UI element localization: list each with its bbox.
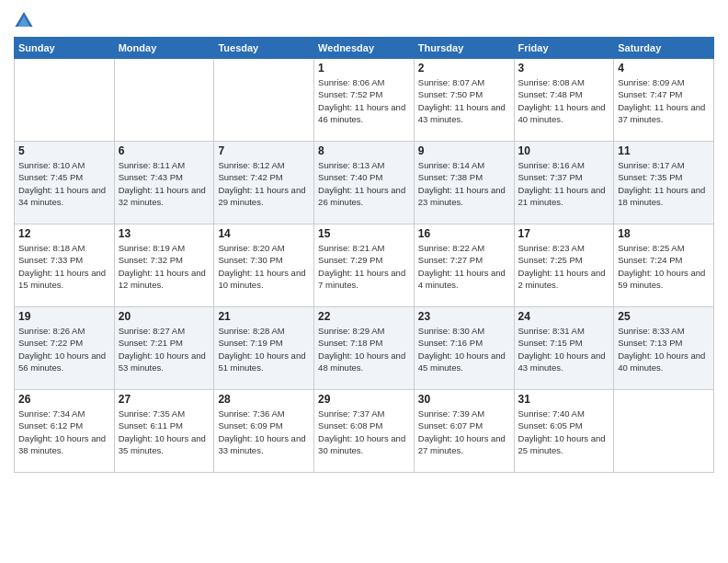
day-cell: 30Sunrise: 7:39 AMSunset: 6:07 PMDayligh… xyxy=(414,390,514,473)
day-info: Sunrise: 8:10 AMSunset: 7:45 PMDaylight:… xyxy=(18,159,110,208)
day-number: 27 xyxy=(119,393,210,406)
day-cell: 17Sunrise: 8:23 AMSunset: 7:25 PMDayligh… xyxy=(514,224,614,307)
page: SundayMondayTuesdayWednesdayThursdayFrid… xyxy=(0,0,728,563)
day-info: Sunrise: 8:20 AMSunset: 7:30 PMDaylight:… xyxy=(218,242,310,291)
col-header-monday: Monday xyxy=(114,38,214,59)
day-cell: 14Sunrise: 8:20 AMSunset: 7:30 PMDayligh… xyxy=(214,224,314,307)
header-row: SundayMondayTuesdayWednesdayThursdayFrid… xyxy=(15,38,714,59)
day-info: Sunrise: 8:17 AMSunset: 7:35 PMDaylight:… xyxy=(618,159,710,208)
day-info: Sunrise: 8:30 AMSunset: 7:16 PMDaylight:… xyxy=(418,325,510,373)
week-row-5: 26Sunrise: 7:34 AMSunset: 6:12 PMDayligh… xyxy=(15,390,714,473)
day-cell: 7Sunrise: 8:12 AMSunset: 7:42 PMDaylight… xyxy=(214,142,314,224)
day-number: 6 xyxy=(119,144,210,157)
day-number: 12 xyxy=(18,227,110,240)
day-number: 30 xyxy=(418,393,510,406)
day-info: Sunrise: 7:37 AMSunset: 6:08 PMDaylight:… xyxy=(318,408,410,456)
col-header-friday: Friday xyxy=(514,38,614,59)
day-number: 8 xyxy=(318,144,410,157)
day-cell: 24Sunrise: 8:31 AMSunset: 7:15 PMDayligh… xyxy=(514,307,614,390)
day-number: 23 xyxy=(418,310,510,323)
day-info: Sunrise: 8:23 AMSunset: 7:25 PMDaylight:… xyxy=(518,242,610,291)
day-number: 29 xyxy=(318,393,410,406)
day-cell: 10Sunrise: 8:16 AMSunset: 7:37 PMDayligh… xyxy=(514,142,614,224)
day-cell: 15Sunrise: 8:21 AMSunset: 7:29 PMDayligh… xyxy=(314,224,415,307)
day-cell xyxy=(15,59,115,142)
day-number: 1 xyxy=(318,62,410,75)
day-cell: 31Sunrise: 7:40 AMSunset: 6:05 PMDayligh… xyxy=(514,390,614,473)
day-info: Sunrise: 8:18 AMSunset: 7:33 PMDaylight:… xyxy=(18,242,110,291)
day-cell: 19Sunrise: 8:26 AMSunset: 7:22 PMDayligh… xyxy=(15,307,115,390)
day-cell: 21Sunrise: 8:28 AMSunset: 7:19 PMDayligh… xyxy=(214,307,314,390)
day-info: Sunrise: 8:22 AMSunset: 7:27 PMDaylight:… xyxy=(418,242,510,291)
week-row-2: 5Sunrise: 8:10 AMSunset: 7:45 PMDaylight… xyxy=(15,142,714,224)
day-number: 15 xyxy=(318,227,410,240)
header xyxy=(14,9,714,29)
day-number: 13 xyxy=(119,227,210,240)
day-cell: 1Sunrise: 8:06 AMSunset: 7:52 PMDaylight… xyxy=(314,59,415,142)
day-info: Sunrise: 8:16 AMSunset: 7:37 PMDaylight:… xyxy=(518,159,610,208)
day-info: Sunrise: 7:36 AMSunset: 6:09 PMDaylight:… xyxy=(218,408,310,456)
day-cell: 27Sunrise: 7:35 AMSunset: 6:11 PMDayligh… xyxy=(114,390,214,473)
logo xyxy=(14,9,38,29)
col-header-tuesday: Tuesday xyxy=(214,38,314,59)
day-number: 24 xyxy=(518,310,610,323)
day-info: Sunrise: 8:29 AMSunset: 7:18 PMDaylight:… xyxy=(318,325,410,373)
day-number: 11 xyxy=(618,144,710,157)
day-info: Sunrise: 8:14 AMSunset: 7:38 PMDaylight:… xyxy=(418,159,510,208)
day-info: Sunrise: 8:27 AMSunset: 7:21 PMDaylight:… xyxy=(119,325,210,373)
day-cell: 11Sunrise: 8:17 AMSunset: 7:35 PMDayligh… xyxy=(614,142,714,224)
day-info: Sunrise: 8:21 AMSunset: 7:29 PMDaylight:… xyxy=(318,242,410,291)
day-info: Sunrise: 7:35 AMSunset: 6:11 PMDaylight:… xyxy=(119,408,210,456)
day-cell: 9Sunrise: 8:14 AMSunset: 7:38 PMDaylight… xyxy=(414,142,514,224)
day-cell: 22Sunrise: 8:29 AMSunset: 7:18 PMDayligh… xyxy=(314,307,415,390)
day-info: Sunrise: 8:09 AMSunset: 7:47 PMDaylight:… xyxy=(618,76,710,125)
week-row-3: 12Sunrise: 8:18 AMSunset: 7:33 PMDayligh… xyxy=(15,224,714,307)
day-cell: 28Sunrise: 7:36 AMSunset: 6:09 PMDayligh… xyxy=(214,390,314,473)
day-number: 22 xyxy=(318,310,410,323)
day-info: Sunrise: 8:13 AMSunset: 7:40 PMDaylight:… xyxy=(318,159,410,208)
day-cell xyxy=(214,59,314,142)
logo-icon xyxy=(14,9,34,29)
day-info: Sunrise: 8:25 AMSunset: 7:24 PMDaylight:… xyxy=(618,242,710,291)
day-info: Sunrise: 8:19 AMSunset: 7:32 PMDaylight:… xyxy=(119,242,210,291)
day-info: Sunrise: 8:11 AMSunset: 7:43 PMDaylight:… xyxy=(119,159,210,208)
day-info: Sunrise: 8:08 AMSunset: 7:48 PMDaylight:… xyxy=(518,76,610,125)
day-number: 21 xyxy=(218,310,310,323)
day-info: Sunrise: 8:33 AMSunset: 7:13 PMDaylight:… xyxy=(618,325,710,373)
day-number: 2 xyxy=(418,62,510,75)
day-cell: 29Sunrise: 7:37 AMSunset: 6:08 PMDayligh… xyxy=(314,390,415,473)
day-number: 28 xyxy=(218,393,310,406)
day-number: 3 xyxy=(518,62,610,75)
day-info: Sunrise: 8:12 AMSunset: 7:42 PMDaylight:… xyxy=(218,159,310,208)
day-cell: 13Sunrise: 8:19 AMSunset: 7:32 PMDayligh… xyxy=(114,224,214,307)
day-cell: 2Sunrise: 8:07 AMSunset: 7:50 PMDaylight… xyxy=(414,59,514,142)
day-cell: 26Sunrise: 7:34 AMSunset: 6:12 PMDayligh… xyxy=(15,390,115,473)
day-cell: 23Sunrise: 8:30 AMSunset: 7:16 PMDayligh… xyxy=(414,307,514,390)
day-number: 14 xyxy=(218,227,310,240)
day-cell: 25Sunrise: 8:33 AMSunset: 7:13 PMDayligh… xyxy=(614,307,714,390)
day-cell: 18Sunrise: 8:25 AMSunset: 7:24 PMDayligh… xyxy=(614,224,714,307)
day-number: 16 xyxy=(418,227,510,240)
day-number: 19 xyxy=(18,310,110,323)
day-cell xyxy=(114,59,214,142)
day-cell: 3Sunrise: 8:08 AMSunset: 7:48 PMDaylight… xyxy=(514,59,614,142)
day-cell xyxy=(614,390,714,473)
day-info: Sunrise: 8:06 AMSunset: 7:52 PMDaylight:… xyxy=(318,76,410,125)
week-row-4: 19Sunrise: 8:26 AMSunset: 7:22 PMDayligh… xyxy=(15,307,714,390)
day-number: 18 xyxy=(618,227,710,240)
day-number: 26 xyxy=(18,393,110,406)
day-number: 31 xyxy=(518,393,610,406)
week-row-1: 1Sunrise: 8:06 AMSunset: 7:52 PMDaylight… xyxy=(15,59,714,142)
day-number: 20 xyxy=(119,310,210,323)
day-info: Sunrise: 8:31 AMSunset: 7:15 PMDaylight:… xyxy=(518,325,610,373)
day-info: Sunrise: 7:34 AMSunset: 6:12 PMDaylight:… xyxy=(18,408,110,456)
day-cell: 8Sunrise: 8:13 AMSunset: 7:40 PMDaylight… xyxy=(314,142,415,224)
day-info: Sunrise: 7:39 AMSunset: 6:07 PMDaylight:… xyxy=(418,408,510,456)
day-number: 25 xyxy=(618,310,710,323)
day-info: Sunrise: 8:26 AMSunset: 7:22 PMDaylight:… xyxy=(18,325,110,373)
calendar-table: SundayMondayTuesdayWednesdayThursdayFrid… xyxy=(14,37,714,473)
col-header-sunday: Sunday xyxy=(15,38,115,59)
day-number: 10 xyxy=(518,144,610,157)
day-cell: 16Sunrise: 8:22 AMSunset: 7:27 PMDayligh… xyxy=(414,224,514,307)
day-cell: 6Sunrise: 8:11 AMSunset: 7:43 PMDaylight… xyxy=(114,142,214,224)
